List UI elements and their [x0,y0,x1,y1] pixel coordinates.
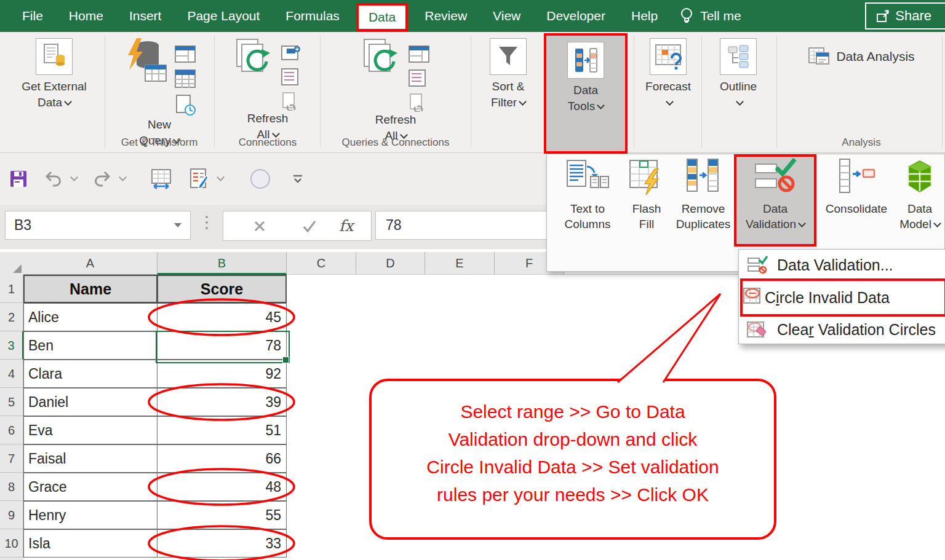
refresh-all-icon[interactable] [362,38,402,84]
ribbon-separator [214,36,215,148]
cell-a2[interactable]: Alice [23,303,158,331]
tab-insert[interactable]: Insert [116,9,175,23]
properties-icon[interactable] [409,69,427,88]
row-header-9[interactable]: 9 [0,501,23,529]
data-model-button[interactable]: Data Model [889,158,945,232]
edit-form-button[interactable] [188,168,223,190]
column-header-d[interactable]: D [356,252,425,275]
row-header-8[interactable]: 8 [0,473,23,501]
share-button[interactable]: Share [865,2,945,30]
enter-check-icon[interactable] [302,219,317,233]
tab-developer[interactable]: Developer [533,9,618,23]
select-all-corner[interactable] [0,252,24,275]
tab-file[interactable]: File [0,9,56,23]
consolidate-button[interactable]: Consolidate [818,158,895,216]
column-header-e[interactable]: E [425,252,495,275]
get-external-data-label[interactable]: Get External Data [22,80,87,109]
tab-formulas[interactable]: Formulas [273,9,353,23]
data-analysis-button[interactable]: Data Analysis [836,49,914,65]
menu-item-data-validation[interactable]: Data Validation... [739,251,945,279]
data-tools-label[interactable]: Data Tools [568,84,598,112]
refresh-all-icon[interactable] [234,38,275,84]
tab-page-layout[interactable]: Page Layout [174,9,273,23]
row-header-5[interactable]: 5 [0,388,23,416]
name-box[interactable] [5,211,191,240]
row-header-2[interactable]: 2 [0,303,23,331]
remove-duplicates-button[interactable]: RemoveDuplicates [668,158,739,232]
record-macro-button[interactable] [249,168,271,190]
cell-b5[interactable]: 39 [157,388,287,416]
cell-b9[interactable]: 55 [157,501,287,529]
forecast-button[interactable] [650,38,687,75]
chevron-down-icon[interactable] [119,173,127,181]
tab-review[interactable]: Review [412,9,480,23]
file-clock-icon[interactable] [175,95,196,116]
from-table-icon[interactable] [175,45,196,64]
row-header-7[interactable]: 7 [0,444,23,473]
cell-b2[interactable]: 45 [157,303,287,331]
column-header-b[interactable]: B [158,252,287,275]
edit-links-icon[interactable] [409,93,427,112]
workbook-connections-icon[interactable] [281,68,300,87]
cell-a6[interactable]: Eva [23,416,158,444]
tab-home[interactable]: Home [56,9,116,23]
chevron-down-icon[interactable] [217,173,225,181]
cell-a9[interactable]: Henry [23,501,158,529]
formula-bar-grip[interactable] [205,216,208,229]
cancel-icon[interactable] [253,219,266,233]
show-queries-icon[interactable] [409,45,429,64]
cell-a7[interactable]: Faisal [23,444,158,473]
row-header-6[interactable]: 6 [0,416,23,444]
redo-button[interactable] [93,171,126,187]
cell-a3[interactable]: Ben [23,331,158,360]
data-tools-button[interactable] [567,42,604,79]
cell-a1[interactable]: Name [23,275,158,303]
data-validation-button[interactable]: Data Validation [740,158,811,232]
column-width-button[interactable] [150,168,172,189]
menu-item-circle-invalid-data[interactable]: Circle Invalid Data [740,278,945,317]
group-data-tools: Data Tools [544,33,628,154]
tab-help[interactable]: Help [618,9,671,23]
name-box-dropdown-icon[interactable] [174,223,181,227]
save-button[interactable] [9,169,28,189]
cell-a8[interactable]: Grace [23,473,158,501]
cell-b6[interactable]: 51 [157,416,287,444]
sort-filter-button[interactable] [490,38,527,75]
forecast-label[interactable]: Forecast [645,80,691,93]
outline-button[interactable] [720,38,757,75]
tab-data-active[interactable]: Data [356,3,408,31]
get-external-data-button[interactable] [36,38,73,75]
menu-item-clear-validation-circles[interactable]: Clear Validation Circles [739,317,945,342]
new-query-icon[interactable] [123,38,169,86]
cell-a10[interactable]: Isla [23,529,158,558]
cell-a5[interactable]: Daniel [23,388,158,416]
sort-filter-label[interactable]: Sort & Filter [491,80,525,109]
connection-properties-icon[interactable] [281,45,301,63]
cell-b10[interactable]: 33 [157,529,287,558]
fill-handle[interactable] [282,357,289,363]
row-header-1[interactable]: 1 [0,275,23,303]
chevron-down-icon[interactable] [70,173,78,181]
outline-label[interactable]: Outline [720,80,757,93]
row-header-3[interactable]: 3 [0,331,23,360]
column-header-c[interactable]: C [287,252,356,275]
tell-me[interactable]: Tell me [679,7,741,25]
recent-sources-icon[interactable] [175,69,196,89]
cell-b4[interactable]: 92 [157,360,287,388]
column-header-a[interactable]: A [23,252,158,275]
cell-b1[interactable]: Score [157,275,287,303]
row-header-4[interactable]: 4 [0,360,23,388]
data-analysis-icon [808,47,830,66]
customize-qat-button[interactable] [292,174,303,184]
cell-b7[interactable]: 66 [157,444,287,473]
group-label-analysis: Analysis [781,136,941,149]
tab-view[interactable]: View [480,9,533,23]
insert-function-fx[interactable]: fx [339,217,353,235]
undo-button[interactable] [44,171,77,187]
formula-input[interactable] [375,211,549,240]
cell-b8[interactable]: 48 [157,473,287,501]
cell-a4[interactable]: Clara [23,360,158,388]
row-header-10[interactable]: 10 [0,529,23,558]
group-connections: Refresh All Connections [215,32,320,152]
edit-links-icon[interactable] [281,92,300,111]
